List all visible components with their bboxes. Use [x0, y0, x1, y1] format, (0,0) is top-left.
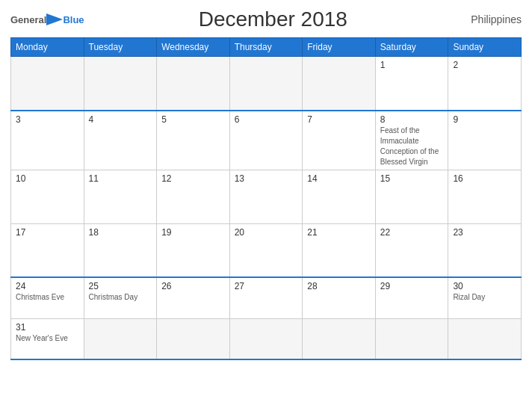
day-number: 3 [16, 114, 79, 125]
day-number: 18 [89, 227, 152, 238]
day-number: 25 [89, 281, 152, 291]
header-thursday: Thursday [229, 38, 303, 57]
calendar-day: 6 [229, 111, 303, 170]
holiday-label: Rizal Day [453, 293, 485, 301]
calendar-day [375, 318, 448, 359]
calendar-day: 30Rizal Day [448, 277, 522, 318]
day-number: 7 [307, 114, 371, 125]
calendar-day: 31New Year's Eve [11, 318, 84, 359]
calendar-day: 23 [448, 223, 522, 277]
day-number: 26 [161, 281, 225, 291]
calendar-day: 17 [11, 223, 84, 277]
calendar-day [303, 318, 376, 359]
day-number: 27 [235, 281, 298, 291]
calendar-day: 2 [448, 57, 522, 111]
calendar-day [448, 318, 522, 359]
calendar-day: 16 [448, 170, 522, 223]
calendar-day: 4 [84, 111, 157, 170]
calendar-day: 7 [303, 111, 376, 170]
calendar-day [229, 57, 303, 111]
calendar-day: 3 [11, 111, 84, 170]
calendar-week-row: 31New Year's Eve [11, 318, 522, 359]
day-number: 9 [453, 114, 516, 125]
holiday-label: Christmas Day [89, 293, 138, 301]
header-saturday: Saturday [375, 38, 448, 57]
holiday-label: Christmas Eve [16, 293, 64, 301]
header-friday: Friday [303, 38, 376, 57]
day-number: 24 [16, 281, 79, 291]
day-number: 29 [380, 281, 444, 291]
calendar-day [11, 57, 84, 111]
calendar-day: 25Christmas Day [84, 277, 157, 318]
calendar-day [84, 57, 157, 111]
calendar-day: 26 [157, 277, 230, 318]
day-number: 22 [380, 227, 444, 238]
header-monday: Monday [11, 38, 84, 57]
header-tuesday: Tuesday [84, 38, 157, 57]
calendar-grid: Monday Tuesday Wednesday Thursday Friday… [10, 37, 522, 360]
day-number: 4 [89, 114, 152, 125]
calendar-week-row: 24Christmas Eve25Christmas Day2627282930… [11, 277, 522, 318]
day-number: 21 [307, 227, 371, 238]
weekday-header-row: Monday Tuesday Wednesday Thursday Friday… [11, 38, 522, 57]
calendar-day [157, 57, 230, 111]
calendar-day: 11 [84, 170, 157, 223]
calendar-day: 20 [229, 223, 303, 277]
header-row: General Blue December 2018 Philippines [10, 7, 522, 31]
calendar-day: 24Christmas Eve [11, 277, 84, 318]
calendar-day: 14 [303, 170, 376, 223]
logo-flag-icon [46, 13, 63, 25]
calendar-day: 21 [303, 223, 376, 277]
day-number: 14 [307, 173, 371, 184]
day-number: 17 [16, 227, 79, 238]
calendar-day: 18 [84, 223, 157, 277]
day-number: 23 [453, 227, 516, 238]
holiday-label: New Year's Eve [16, 334, 68, 342]
holiday-label: Feast of the Immaculate Conception of th… [380, 126, 439, 166]
day-number: 10 [16, 173, 79, 184]
logo: General Blue [10, 13, 84, 25]
calendar-day: 5 [157, 111, 230, 170]
calendar-day [229, 318, 303, 359]
svg-marker-0 [46, 13, 63, 25]
header-sunday: Sunday [448, 38, 522, 57]
day-number: 13 [235, 173, 298, 184]
day-number: 15 [380, 173, 444, 184]
logo-blue-text: Blue [63, 14, 84, 25]
day-number: 20 [235, 227, 298, 238]
day-number: 11 [89, 173, 152, 184]
day-number: 30 [453, 281, 516, 291]
day-number: 5 [161, 114, 225, 125]
calendar-day: 28 [303, 277, 376, 318]
logo-general-text: General [10, 14, 46, 25]
calendar-day: 15 [375, 170, 448, 223]
calendar-day: 9 [448, 111, 522, 170]
calendar-day: 1 [375, 57, 448, 111]
calendar-week-row: 17181920212223 [11, 223, 522, 277]
day-number: 8 [380, 114, 444, 125]
day-number: 12 [161, 173, 225, 184]
header-wednesday: Wednesday [157, 38, 230, 57]
calendar-day [303, 57, 376, 111]
calendar-day: 10 [11, 170, 84, 223]
day-number: 31 [16, 322, 79, 333]
calendar-week-row: 345678Feast of the Immaculate Conception… [11, 111, 522, 170]
day-number: 2 [453, 60, 516, 70]
calendar-container: General Blue December 2018 Philippines M… [0, 0, 532, 411]
country-name: Philippines [462, 13, 522, 25]
day-number: 16 [453, 173, 516, 184]
calendar-week-row: 10111213141516 [11, 170, 522, 223]
calendar-week-row: 12 [11, 57, 522, 111]
calendar-day: 8Feast of the Immaculate Conception of t… [375, 111, 448, 170]
calendar-title: December 2018 [84, 7, 462, 31]
calendar-day: 12 [157, 170, 230, 223]
calendar-day: 19 [157, 223, 230, 277]
calendar-day: 22 [375, 223, 448, 277]
day-number: 28 [307, 281, 371, 291]
calendar-day: 27 [229, 277, 303, 318]
day-number: 6 [235, 114, 298, 125]
calendar-day [84, 318, 157, 359]
day-number: 19 [161, 227, 225, 238]
day-number: 1 [380, 60, 444, 70]
calendar-day: 13 [229, 170, 303, 223]
